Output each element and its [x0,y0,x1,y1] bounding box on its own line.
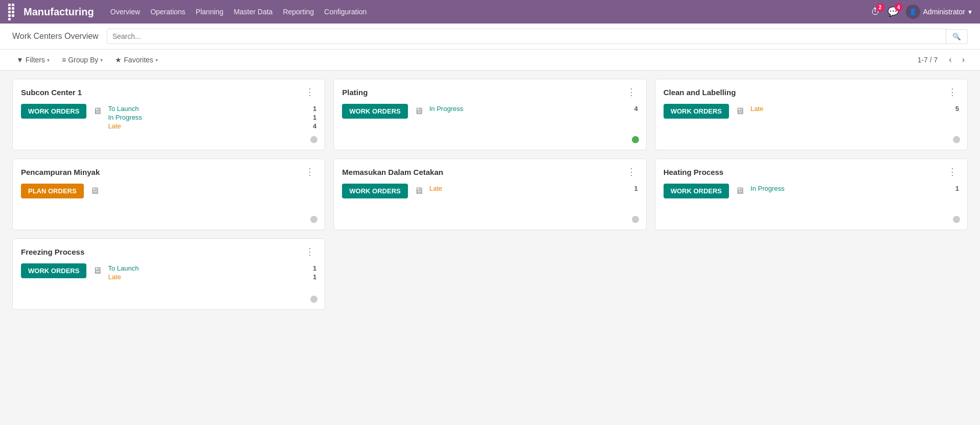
card-menu-btn-pencampuran-minyak[interactable]: ⋮ [303,167,316,176]
menu-operations[interactable]: Operations [150,8,185,16]
card-footer-heating-process [953,216,960,225]
stat-label-memasukan-dalam-cetakan-late: Late [429,185,442,192]
card-menu-btn-subcon-center-1[interactable]: ⋮ [303,87,316,97]
stat-row-heating-process-in-progress: In Progress1 [750,185,959,192]
work_orders-btn-clean-and-labelling[interactable]: WORK ORDERS [664,104,729,119]
chat-badge: 4 [895,3,903,11]
card-header-plating: Plating⋮ [342,87,637,97]
group-by-arrow: ▾ [100,57,103,63]
card-header-heating-process: Heating Process⋮ [664,167,959,176]
card-title-clean-and-labelling: Clean and Labelling [664,88,736,97]
activity-icon[interactable]: ⏱ 2 [871,7,880,17]
user-menu[interactable]: 👤 Administrator ▾ [906,5,972,19]
filters-button[interactable]: ▼ Filters ▾ [12,54,54,66]
card-menu-btn-clean-and-labelling[interactable]: ⋮ [946,87,959,97]
cards-grid: Subcon Center 1⋮WORK ORDERS🖥To Launch1In… [0,71,980,318]
stat-value-clean-and-labelling-late: 5 [955,105,959,113]
stat-value-freezing-process-late: 1 [313,273,316,281]
favorites-arrow: ▾ [155,57,158,63]
status-dot-freezing-process [310,296,317,303]
monitor-icon-memasukan-dalam-cetakan[interactable]: 🖥 [414,186,423,196]
stat-label-freezing-process-late: Late [108,273,121,281]
stat-label-freezing-process-to-launch: To Launch [108,264,139,272]
stat-row-plating-in-progress: In Progress4 [429,105,638,113]
app-title: Manufacturing [24,6,94,18]
work_orders-btn-plating[interactable]: WORK ORDERS [342,104,407,119]
card-title-heating-process: Heating Process [664,168,724,176]
plan_orders-btn-pencampuran-minyak[interactable]: PLAN ORDERS [21,184,84,198]
stat-row-memasukan-dalam-cetakan-late: Late1 [429,185,638,192]
chat-icon[interactable]: 💬 4 [887,6,899,17]
card-title-plating: Plating [342,88,368,97]
activity-badge: 2 [876,4,884,12]
topnav-right-area: ⏱ 2 💬 4 👤 Administrator ▾ [871,5,972,19]
favorites-label: Favorites [124,56,153,64]
status-dot-heating-process [953,216,960,223]
card-body-freezing-process: WORK ORDERS🖥To Launch1Late1 [21,263,316,281]
pagination-next[interactable]: › [959,54,968,65]
stat-row-subcon-center-1-in-progress: In Progress1 [108,114,316,121]
menu-configuration[interactable]: Configuration [324,8,367,16]
monitor-icon-heating-process[interactable]: 🖥 [735,186,744,196]
search-input[interactable] [107,29,946,44]
work_orders-btn-memasukan-dalam-cetakan[interactable]: WORK ORDERS [342,184,407,198]
card-stats-clean-and-labelling: Late5 [750,105,959,113]
card-memasukan-dalam-cetakan: Memasukan Dalam Cetakan⋮WORK ORDERS🖥Late… [333,159,646,230]
stat-row-freezing-process-to-launch: To Launch1 [108,264,316,272]
search-button[interactable]: 🔍 [946,29,968,44]
menu-reporting[interactable]: Reporting [283,8,314,16]
user-dropdown-arrow: ▾ [968,8,972,16]
monitor-icon-plating[interactable]: 🖥 [414,106,423,117]
card-stats-subcon-center-1: To Launch1In Progress1Late4 [108,105,316,130]
monitor-icon-pencampuran-minyak[interactable]: 🖥 [90,186,99,196]
stat-value-memasukan-dalam-cetakan-late: 1 [634,185,637,192]
stat-row-clean-and-labelling-late: Late5 [750,105,959,113]
card-body-heating-process: WORK ORDERS🖥In Progress1 [664,184,959,198]
card-footer-freezing-process [310,296,317,304]
card-body-plating: WORK ORDERS🖥In Progress4 [342,104,637,119]
work_orders-btn-subcon-center-1[interactable]: WORK ORDERS [21,104,86,119]
stat-label-heating-process-in-progress: In Progress [750,185,784,192]
card-footer-pencampuran-minyak [310,216,317,225]
work_orders-btn-heating-process[interactable]: WORK ORDERS [664,184,729,198]
card-header-memasukan-dalam-cetakan: Memasukan Dalam Cetakan⋮ [342,167,637,176]
card-body-pencampuran-minyak: PLAN ORDERS🖥 [21,184,316,198]
status-dot-plating [632,136,639,143]
monitor-icon-clean-and-labelling[interactable]: 🖥 [735,106,744,117]
card-body-memasukan-dalam-cetakan: WORK ORDERS🖥Late1 [342,184,637,198]
stat-value-freezing-process-to-launch: 1 [313,264,316,272]
menu-master-data[interactable]: Master Data [234,8,272,16]
card-freezing-process: Freezing Process⋮WORK ORDERS🖥To Launch1L… [12,238,325,310]
stat-label-subcon-center-1-to-launch: To Launch [108,105,139,113]
group-by-button[interactable]: ≡ Group By ▾ [58,54,107,66]
favorites-button[interactable]: ★ Favorites ▾ [111,54,162,66]
filters-label: Filters [26,56,45,64]
user-name: Administrator [923,8,965,16]
monitor-icon-subcon-center-1[interactable]: 🖥 [93,106,102,117]
pagination-info: 1-7 / 7 [918,56,938,64]
card-menu-btn-plating[interactable]: ⋮ [625,87,638,97]
pagination-prev[interactable]: ‹ [946,54,954,65]
card-footer-clean-and-labelling [953,136,960,145]
main-menu: Overview Operations Planning Master Data… [110,8,871,16]
card-title-subcon-center-1: Subcon Center 1 [21,88,82,97]
stat-value-subcon-center-1-to-launch: 1 [313,105,316,113]
apps-menu-icon[interactable] [8,4,16,20]
card-menu-btn-heating-process[interactable]: ⋮ [946,167,959,176]
menu-overview[interactable]: Overview [110,8,140,16]
card-stats-plating: In Progress4 [429,105,638,113]
card-subcon-center-1: Subcon Center 1⋮WORK ORDERS🖥To Launch1In… [12,79,325,150]
card-menu-btn-freezing-process[interactable]: ⋮ [303,247,316,256]
card-menu-btn-memasukan-dalam-cetakan[interactable]: ⋮ [625,167,638,176]
search-input-wrap [107,29,946,44]
stat-value-heating-process-in-progress: 1 [955,185,959,192]
favorites-icon: ★ [115,56,122,64]
filter-bar: ▼ Filters ▾ ≡ Group By ▾ ★ Favorites ▾ 1… [0,50,980,71]
stat-label-clean-and-labelling-late: Late [750,105,763,113]
status-dot-subcon-center-1 [310,136,317,143]
card-body-subcon-center-1: WORK ORDERS🖥To Launch1In Progress1Late4 [21,104,316,130]
card-header-pencampuran-minyak: Pencampuran Minyak⋮ [21,167,316,176]
menu-planning[interactable]: Planning [196,8,224,16]
monitor-icon-freezing-process[interactable]: 🖥 [93,265,102,276]
work_orders-btn-freezing-process[interactable]: WORK ORDERS [21,263,86,278]
